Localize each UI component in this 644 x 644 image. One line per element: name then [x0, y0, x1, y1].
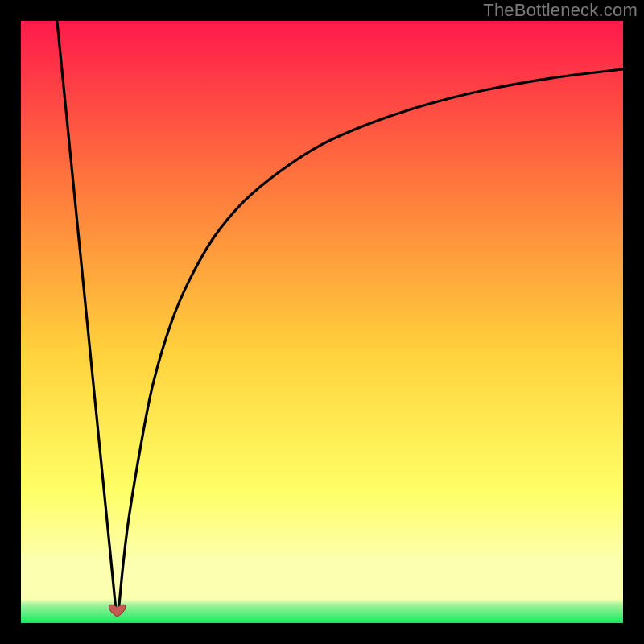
- plot-area: [21, 21, 623, 623]
- watermark-text: TheBottleneck.com: [483, 0, 638, 21]
- chart-svg: [21, 21, 623, 623]
- gradient-background: [21, 21, 623, 623]
- chart-frame: TheBottleneck.com: [0, 0, 644, 644]
